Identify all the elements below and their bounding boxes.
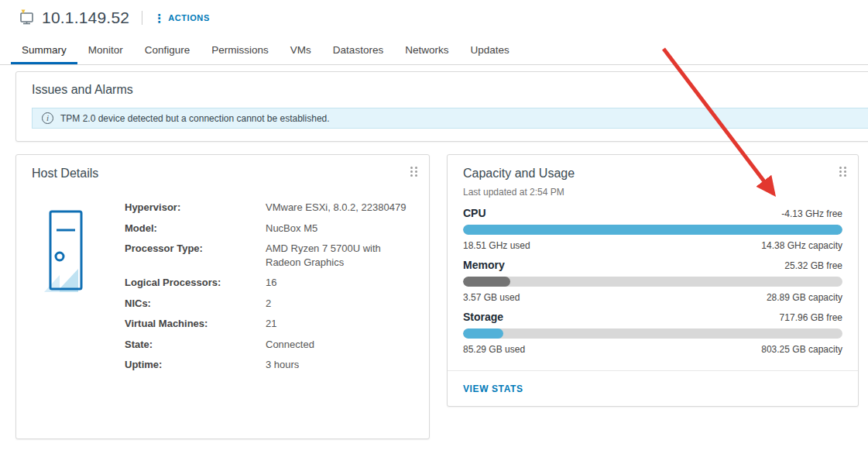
field-virtual-machines: Virtual Machines: 21 xyxy=(125,317,413,331)
capacity-usage-title: Capacity and Usage xyxy=(463,167,842,181)
tab-datastores[interactable]: Datastores xyxy=(322,37,394,64)
tab-configure[interactable]: Configure xyxy=(134,37,201,64)
view-stats-link[interactable]: VIEW STATS xyxy=(463,383,523,394)
cpu-label: CPU xyxy=(463,207,486,219)
drag-handle-icon[interactable] xyxy=(410,166,418,177)
info-circle-icon: i xyxy=(42,112,53,124)
tab-monitor[interactable]: Monitor xyxy=(77,37,134,64)
storage-label: Storage xyxy=(463,311,503,323)
summary-content: Issues and Alarms i TPM 2.0 device detec… xyxy=(0,65,868,439)
field-model: Model: NucBox M5 xyxy=(125,222,413,236)
tab-networks[interactable]: Networks xyxy=(394,37,459,64)
field-nics: NICs: 2 xyxy=(125,297,413,311)
memory-label: Memory xyxy=(463,259,505,271)
host-header: 10.1.149.52 ⋮ ACTIONS xyxy=(0,0,868,36)
tab-bar: Summary Monitor Configure Permissions VM… xyxy=(0,37,868,65)
cpu-capacity-text: 14.38 GHz capacity xyxy=(761,240,842,251)
page-title: 10.1.149.52 xyxy=(42,9,129,27)
host-details-fields: Hypervisor: VMware ESXi, 8.0.2, 22380479… xyxy=(125,199,413,379)
host-details-title: Host Details xyxy=(32,167,413,181)
capacity-usage-card: Capacity and Usage Last updated at 2:54 … xyxy=(447,154,859,407)
storage-free-text: 717.96 GB free xyxy=(780,312,842,323)
tpm-alert-banner: i TPM 2.0 device detected but a connecti… xyxy=(32,108,868,129)
memory-used-text: 3.57 GB used xyxy=(463,292,520,303)
host-details-card: Host Details xyxy=(15,154,430,439)
field-processor-type: Processor Type: AMD Ryzen 7 5700U with R… xyxy=(125,242,413,269)
cards-row: Host Details xyxy=(15,154,868,439)
host-warning-icon xyxy=(17,9,36,27)
cpu-used-text: 18.51 GHz used xyxy=(463,240,530,251)
memory-meter: Memory 25.32 GB free 3.57 GB used 28.89 … xyxy=(463,259,842,303)
tab-vms[interactable]: VMs xyxy=(280,37,322,64)
memory-capacity-text: 28.89 GB capacity xyxy=(767,292,842,303)
issues-panel-title: Issues and Alarms xyxy=(32,83,868,97)
tab-permissions[interactable]: Permissions xyxy=(201,37,280,64)
header-divider xyxy=(142,11,142,25)
tab-summary[interactable]: Summary xyxy=(11,37,77,64)
storage-usage-bar xyxy=(463,328,842,339)
actions-label: ACTIONS xyxy=(168,13,210,22)
cpu-usage-bar xyxy=(463,225,842,235)
field-uptime: Uptime: 3 hours xyxy=(125,358,413,372)
storage-capacity-text: 803.25 GB capacity xyxy=(761,344,842,355)
actions-button[interactable]: ⋮ ACTIONS xyxy=(153,12,210,24)
memory-usage-bar xyxy=(463,277,842,287)
tab-updates[interactable]: Updates xyxy=(459,37,520,64)
storage-meter: Storage 717.96 GB free 85.29 GB used 803… xyxy=(463,311,842,355)
alert-text: TPM 2.0 device detected but a connection… xyxy=(60,113,330,124)
memory-free-text: 25.32 GB free xyxy=(784,260,842,271)
cpu-free-text: -4.13 GHz free xyxy=(781,208,842,219)
vertical-ellipsis-icon: ⋮ xyxy=(153,12,165,24)
server-tower-icon xyxy=(33,199,125,379)
field-logical-processors: Logical Processors: 16 xyxy=(125,276,413,290)
field-hypervisor: Hypervisor: VMware ESXi, 8.0.2, 22380479 xyxy=(125,201,413,215)
last-updated-text: Last updated at 2:54 PM xyxy=(463,187,842,198)
drag-handle-icon[interactable] xyxy=(839,166,847,177)
issues-and-alarms-panel: Issues and Alarms i TPM 2.0 device detec… xyxy=(15,71,868,142)
field-state: State: Connected xyxy=(125,338,413,352)
cpu-meter: CPU -4.13 GHz free 18.51 GHz used 14.38 … xyxy=(463,207,842,251)
storage-used-text: 85.29 GB used xyxy=(463,344,525,355)
